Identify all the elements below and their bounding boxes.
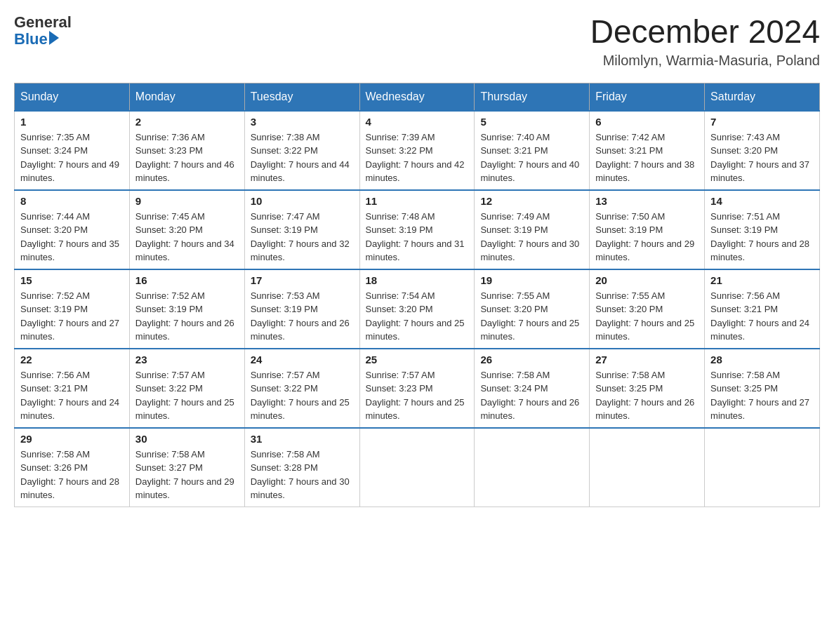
header-saturday: Saturday (705, 83, 820, 111)
header-thursday: Thursday (475, 83, 590, 111)
title-section: December 2024 Milomlyn, Warmia-Masuria, … (590, 14, 820, 69)
day-info: Sunrise: 7:57 AM Sunset: 3:23 PM Dayligh… (366, 368, 469, 423)
day-info: Sunrise: 7:39 AM Sunset: 3:22 PM Dayligh… (366, 130, 469, 185)
day-number: 11 (366, 195, 469, 207)
day-info: Sunrise: 7:57 AM Sunset: 3:22 PM Dayligh… (135, 368, 239, 423)
table-cell: 31 Sunrise: 7:58 AM Sunset: 3:28 PM Dayl… (244, 428, 359, 507)
day-number: 3 (251, 116, 354, 128)
day-info: Sunrise: 7:56 AM Sunset: 3:21 PM Dayligh… (710, 289, 814, 344)
table-cell: 7 Sunrise: 7:43 AM Sunset: 3:20 PM Dayli… (705, 111, 820, 190)
day-info: Sunrise: 7:58 AM Sunset: 3:27 PM Dayligh… (135, 448, 239, 502)
day-info: Sunrise: 7:58 AM Sunset: 3:28 PM Dayligh… (251, 448, 354, 502)
day-info: Sunrise: 7:52 AM Sunset: 3:19 PM Dayligh… (135, 289, 239, 344)
table-cell: 27 Sunrise: 7:58 AM Sunset: 3:25 PM Dayl… (590, 349, 705, 428)
table-cell: 15 Sunrise: 7:52 AM Sunset: 3:19 PM Dayl… (15, 269, 130, 349)
day-number: 25 (366, 354, 469, 365)
table-cell: 4 Sunrise: 7:39 AM Sunset: 3:22 PM Dayli… (359, 111, 475, 190)
day-number: 18 (366, 274, 469, 286)
day-number: 31 (251, 433, 354, 445)
table-cell: 25 Sunrise: 7:57 AM Sunset: 3:23 PM Dayl… (359, 349, 475, 428)
day-number: 24 (251, 354, 354, 365)
day-number: 27 (595, 354, 699, 365)
table-cell: 2 Sunrise: 7:36 AM Sunset: 3:23 PM Dayli… (129, 111, 244, 190)
week-row-4: 22 Sunrise: 7:56 AM Sunset: 3:21 PM Dayl… (15, 349, 820, 428)
day-info: Sunrise: 7:58 AM Sunset: 3:26 PM Dayligh… (20, 448, 124, 502)
day-number: 1 (20, 116, 124, 128)
day-number: 12 (480, 195, 583, 207)
table-cell: 8 Sunrise: 7:44 AM Sunset: 3:20 PM Dayli… (15, 190, 130, 269)
day-number: 7 (710, 116, 814, 128)
day-number: 9 (135, 195, 239, 207)
week-row-2: 8 Sunrise: 7:44 AM Sunset: 3:20 PM Dayli… (15, 190, 820, 269)
header-monday: Monday (129, 83, 244, 111)
month-title: December 2024 (590, 14, 820, 50)
table-cell: 20 Sunrise: 7:55 AM Sunset: 3:20 PM Dayl… (590, 269, 705, 349)
table-cell: 18 Sunrise: 7:54 AM Sunset: 3:20 PM Dayl… (359, 269, 475, 349)
day-info: Sunrise: 7:58 AM Sunset: 3:24 PM Dayligh… (480, 368, 583, 423)
day-number: 30 (135, 433, 239, 445)
day-number: 16 (135, 274, 239, 286)
table-cell: 30 Sunrise: 7:58 AM Sunset: 3:27 PM Dayl… (129, 428, 244, 507)
day-number: 29 (20, 433, 124, 445)
day-number: 6 (595, 116, 699, 128)
day-number: 28 (710, 354, 814, 365)
day-number: 19 (480, 274, 583, 286)
day-number: 21 (710, 274, 814, 286)
table-cell: 16 Sunrise: 7:52 AM Sunset: 3:19 PM Dayl… (129, 269, 244, 349)
day-info: Sunrise: 7:40 AM Sunset: 3:21 PM Dayligh… (480, 130, 583, 185)
table-cell: 12 Sunrise: 7:49 AM Sunset: 3:19 PM Dayl… (475, 190, 590, 269)
day-number: 17 (251, 274, 354, 286)
table-cell: 29 Sunrise: 7:58 AM Sunset: 3:26 PM Dayl… (15, 428, 130, 507)
day-info: Sunrise: 7:53 AM Sunset: 3:19 PM Dayligh… (251, 289, 354, 344)
header-tuesday: Tuesday (244, 83, 359, 111)
table-cell: 10 Sunrise: 7:47 AM Sunset: 3:19 PM Dayl… (244, 190, 359, 269)
day-number: 5 (480, 116, 583, 128)
day-info: Sunrise: 7:49 AM Sunset: 3:19 PM Dayligh… (480, 210, 583, 264)
day-info: Sunrise: 7:51 AM Sunset: 3:19 PM Dayligh… (710, 210, 814, 264)
day-info: Sunrise: 7:57 AM Sunset: 3:22 PM Dayligh… (251, 368, 354, 423)
table-cell: 6 Sunrise: 7:42 AM Sunset: 3:21 PM Dayli… (590, 111, 705, 190)
day-info: Sunrise: 7:55 AM Sunset: 3:20 PM Dayligh… (480, 289, 583, 344)
day-number: 4 (366, 116, 469, 128)
table-cell (359, 428, 475, 507)
table-cell (705, 428, 820, 507)
page-header: General Blue December 2024 Milomlyn, War… (14, 14, 820, 69)
day-info: Sunrise: 7:56 AM Sunset: 3:21 PM Dayligh… (20, 368, 124, 423)
logo: General Blue (14, 14, 72, 48)
header-sunday: Sunday (15, 83, 130, 111)
table-cell: 22 Sunrise: 7:56 AM Sunset: 3:21 PM Dayl… (15, 349, 130, 428)
day-number: 26 (480, 354, 583, 365)
day-number: 13 (595, 195, 699, 207)
week-row-3: 15 Sunrise: 7:52 AM Sunset: 3:19 PM Dayl… (15, 269, 820, 349)
table-cell: 24 Sunrise: 7:57 AM Sunset: 3:22 PM Dayl… (244, 349, 359, 428)
day-number: 8 (20, 195, 124, 207)
table-cell: 9 Sunrise: 7:45 AM Sunset: 3:20 PM Dayli… (129, 190, 244, 269)
logo-general-text: General (14, 14, 72, 31)
day-info: Sunrise: 7:35 AM Sunset: 3:24 PM Dayligh… (20, 130, 124, 185)
table-cell: 3 Sunrise: 7:38 AM Sunset: 3:22 PM Dayli… (244, 111, 359, 190)
table-cell: 23 Sunrise: 7:57 AM Sunset: 3:22 PM Dayl… (129, 349, 244, 428)
day-number: 10 (251, 195, 354, 207)
day-info: Sunrise: 7:58 AM Sunset: 3:25 PM Dayligh… (595, 368, 699, 423)
day-info: Sunrise: 7:45 AM Sunset: 3:20 PM Dayligh… (135, 210, 239, 264)
day-info: Sunrise: 7:48 AM Sunset: 3:19 PM Dayligh… (366, 210, 469, 264)
day-info: Sunrise: 7:44 AM Sunset: 3:20 PM Dayligh… (20, 210, 124, 264)
day-info: Sunrise: 7:52 AM Sunset: 3:19 PM Dayligh… (20, 289, 124, 344)
header-friday: Friday (590, 83, 705, 111)
day-info: Sunrise: 7:58 AM Sunset: 3:25 PM Dayligh… (710, 368, 814, 423)
header-wednesday: Wednesday (359, 83, 475, 111)
logo-arrow-icon (49, 31, 59, 45)
table-cell: 1 Sunrise: 7:35 AM Sunset: 3:24 PM Dayli… (15, 111, 130, 190)
calendar-table: Sunday Monday Tuesday Wednesday Thursday… (14, 83, 820, 507)
day-number: 2 (135, 116, 239, 128)
table-cell (475, 428, 590, 507)
table-cell: 26 Sunrise: 7:58 AM Sunset: 3:24 PM Dayl… (475, 349, 590, 428)
day-number: 22 (20, 354, 124, 365)
week-row-5: 29 Sunrise: 7:58 AM Sunset: 3:26 PM Dayl… (15, 428, 820, 507)
day-info: Sunrise: 7:43 AM Sunset: 3:20 PM Dayligh… (710, 130, 814, 185)
day-info: Sunrise: 7:38 AM Sunset: 3:22 PM Dayligh… (251, 130, 354, 185)
day-info: Sunrise: 7:55 AM Sunset: 3:20 PM Dayligh… (595, 289, 699, 344)
location-subtitle: Milomlyn, Warmia-Masuria, Poland (590, 53, 820, 69)
day-info: Sunrise: 7:36 AM Sunset: 3:23 PM Dayligh… (135, 130, 239, 185)
day-number: 14 (710, 195, 814, 207)
